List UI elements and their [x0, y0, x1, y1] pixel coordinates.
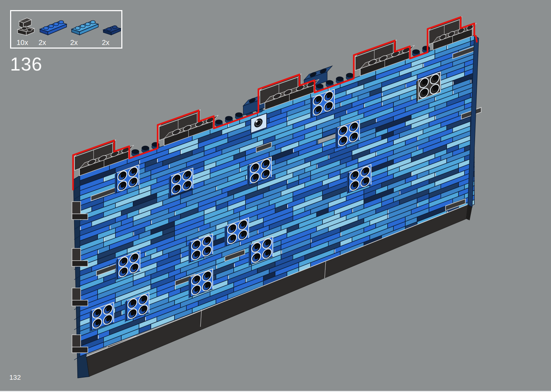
step-number: 136	[10, 53, 42, 75]
page-number: 132	[9, 374, 21, 382]
dark-blue-plate-1x2-icon	[102, 21, 125, 37]
blue-plate-1x4-icon	[38, 17, 72, 37]
part-qty: 2x	[70, 39, 78, 46]
parts-callout-box: 10x 2x 2x 2x	[10, 10, 122, 49]
bracket-part-icon	[15, 17, 40, 39]
part-qty: 10x	[17, 39, 28, 46]
part-qty: 2x	[39, 39, 46, 46]
wall-illustration	[0, 0, 551, 392]
part-qty: 2x	[102, 39, 109, 46]
azure-plate-1x4-icon	[69, 17, 104, 37]
